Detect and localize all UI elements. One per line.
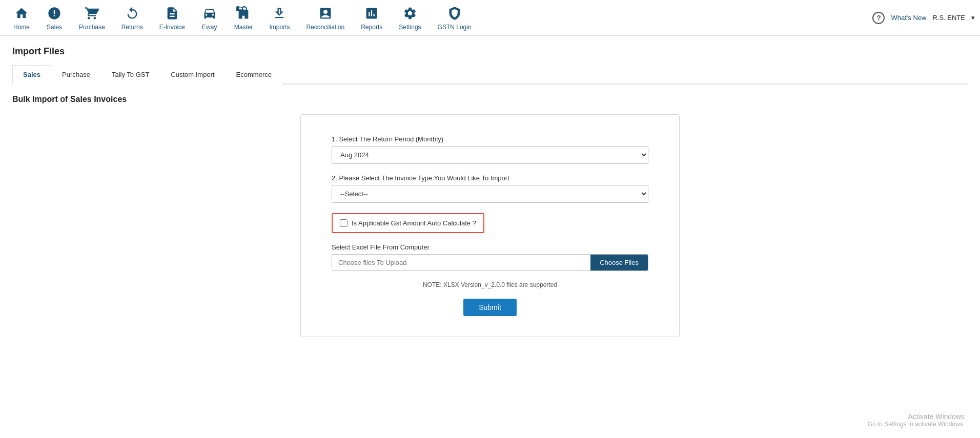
gst-auto-calc-label: Is Applicable Gst Amount Auto Calculate …: [352, 219, 476, 227]
file-upload-group: Select Excel File From Computer Choose F…: [332, 243, 648, 271]
return-period-group: 1. Select The Return Period (Monthly) Au…: [332, 135, 648, 164]
file-upload-input[interactable]: [332, 255, 590, 270]
nav-item-eway[interactable]: Eway: [193, 1, 226, 35]
nav-items: Home Sales Purchase Returns: [5, 1, 872, 35]
navbar: Home Sales Purchase Returns: [0, 0, 980, 36]
page-title: Import Files: [12, 46, 968, 57]
returns-icon: [124, 5, 140, 22]
master-icon: [235, 5, 252, 22]
eway-icon: [201, 5, 218, 22]
return-period-select[interactable]: Aug 2024 Jul 2024 Jun 2024 May 2024: [332, 146, 648, 164]
einvoice-icon: [164, 5, 180, 22]
tab-tally-to-gst[interactable]: Tally To GST: [101, 65, 160, 85]
home-icon: [13, 5, 30, 22]
form-card: 1. Select The Return Period (Monthly) Au…: [300, 114, 680, 337]
help-icon[interactable]: ?: [872, 12, 885, 24]
nav-item-master[interactable]: Master: [226, 1, 261, 35]
purchase-icon: [84, 5, 100, 22]
submit-row: Submit: [332, 299, 648, 316]
nav-item-reconciliation[interactable]: Reconciliation: [298, 1, 353, 35]
nav-item-home[interactable]: Home: [5, 1, 38, 35]
file-upload-row: Choose Files: [332, 254, 648, 271]
reports-icon: [363, 5, 380, 22]
tab-sales[interactable]: Sales: [12, 65, 51, 85]
section-title: Bulk Import of Sales Invoices: [12, 95, 968, 104]
reconciliation-icon: [317, 5, 334, 22]
nav-item-reports[interactable]: Reports: [353, 1, 391, 35]
nav-item-einvoice[interactable]: E-Invoice: [151, 1, 193, 35]
gstn-icon: [446, 5, 463, 22]
nav-item-gstn-login[interactable]: GSTN Login: [430, 1, 480, 35]
submit-button[interactable]: Submit: [463, 299, 517, 316]
invoice-type-select[interactable]: --Select-- B2B B2C Credit Note Debit Not…: [332, 185, 648, 203]
nav-item-returns[interactable]: Returns: [113, 1, 151, 35]
imports-icon: [271, 5, 288, 22]
user-dropdown-arrow[interactable]: ▾: [971, 14, 975, 22]
invoice-type-group: 2. Please Select The Invoice Type You Wo…: [332, 174, 648, 203]
user-name: R.S. ENTE: [932, 14, 965, 22]
nav-item-imports[interactable]: Imports: [261, 1, 298, 35]
tabs-bar: Sales Purchase Tally To GST Custom Impor…: [12, 65, 968, 85]
sales-icon: [46, 5, 63, 22]
whats-new-link[interactable]: What's New: [891, 14, 926, 22]
nav-item-settings[interactable]: Settings: [391, 1, 429, 35]
tab-purchase[interactable]: Purchase: [51, 65, 101, 85]
return-period-label: 1. Select The Return Period (Monthly): [332, 135, 648, 143]
nav-item-purchase[interactable]: Purchase: [71, 1, 113, 35]
nav-item-sales[interactable]: Sales: [38, 1, 71, 35]
nav-right: ? What's New R.S. ENTE ▾: [872, 12, 975, 24]
settings-icon: [402, 5, 418, 22]
gst-checkbox-section: Is Applicable Gst Amount Auto Calculate …: [332, 213, 484, 233]
tab-ecommerce[interactable]: Ecommerce: [226, 65, 282, 85]
page-content: Import Files Sales Purchase Tally To GST…: [0, 36, 980, 438]
gst-auto-calc-checkbox[interactable]: [340, 219, 348, 227]
invoice-type-label: 2. Please Select The Invoice Type You Wo…: [332, 174, 648, 182]
file-upload-label: Select Excel File From Computer: [332, 243, 648, 251]
choose-files-button[interactable]: Choose Files: [590, 255, 648, 270]
tab-custom-import[interactable]: Custom Import: [160, 65, 225, 85]
note-text: NOTE: XLSX Version_v_2.0.0 files are sup…: [332, 281, 648, 288]
